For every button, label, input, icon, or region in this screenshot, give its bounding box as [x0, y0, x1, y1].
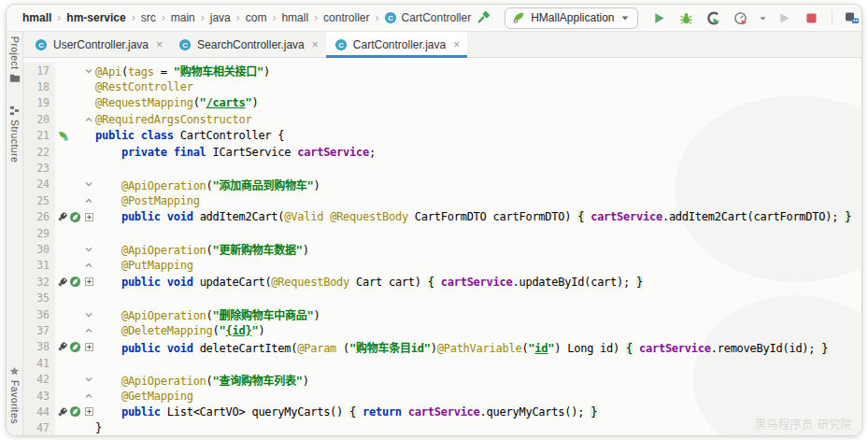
fold-marker[interactable] — [82, 225, 95, 241]
stop-button[interactable] — [803, 8, 821, 27]
code-text[interactable]: public void updateCart(@RequestBody Cart… — [95, 276, 861, 289]
code-line-32[interactable]: 32 public void updateCart(@RequestBody C… — [23, 274, 861, 290]
code-text[interactable]: @RequestMapping("/carts") — [95, 96, 861, 109]
sidebar-item-favorites[interactable]: Favorites — [9, 366, 21, 424]
code-line-25[interactable]: 25 @PostMapping — [23, 192, 861, 208]
close-icon[interactable]: × — [453, 38, 460, 51]
code-text[interactable]: @ApiOperation("添加商品到购物车") — [95, 177, 861, 192]
tab-usercontroller-java[interactable]: CUserController.java× — [26, 32, 170, 57]
fold-marker[interactable] — [82, 192, 95, 208]
code-line-31[interactable]: 31 @PutMapping — [23, 258, 861, 274]
fold-marker[interactable] — [82, 111, 95, 127]
code-text[interactable]: private final ICartService cartService; — [95, 146, 861, 159]
fold-marker[interactable] — [82, 339, 95, 355]
code-text[interactable]: public void deleteCartItem(@Param ("购物车条… — [95, 339, 861, 355]
code-text[interactable]: @ApiOperation("删除购物车中商品") — [95, 306, 861, 322]
line-number[interactable]: 29 — [23, 225, 55, 241]
line-number[interactable]: 30 — [23, 241, 55, 257]
line-number[interactable]: 18 — [23, 78, 55, 94]
line-number[interactable]: 36 — [23, 306, 55, 322]
code-line-41[interactable]: 41 — [23, 355, 861, 371]
fold-marker[interactable] — [82, 371, 95, 387]
fold-marker[interactable] — [82, 144, 95, 160]
breadcrumb-item-com[interactable]: com — [243, 10, 270, 25]
sidebar-item-structure[interactable]: Structure — [9, 106, 21, 163]
rocket-icon[interactable] — [57, 406, 68, 418]
code-line-47[interactable]: 47} — [23, 420, 861, 435]
code-text[interactable]: @ApiOperation("查询购物车列表") — [95, 372, 861, 388]
fold-marker[interactable] — [82, 128, 95, 144]
code-line-19[interactable]: 19@RequestMapping("/carts") — [23, 95, 861, 111]
line-number[interactable]: 22 — [23, 144, 55, 160]
fold-marker[interactable] — [82, 306, 95, 322]
run-with-coverage-button[interactable] — [704, 8, 723, 27]
line-number[interactable]: 38 — [23, 339, 55, 355]
fold-marker[interactable] — [82, 290, 95, 305]
build-hammer-icon[interactable] — [474, 8, 492, 27]
breadcrumb-item-main[interactable]: main — [168, 10, 198, 25]
code-text[interactable]: @PutMapping — [95, 259, 861, 272]
code-line-29[interactable]: 29 — [23, 225, 861, 241]
line-number[interactable]: 21 — [23, 128, 55, 144]
code-line-42[interactable]: 42 @ApiOperation("查询购物车列表") — [23, 371, 861, 387]
line-number[interactable]: 32 — [23, 274, 55, 290]
code-line-44[interactable]: 44 public List<CartVO> queryMyCarts() { … — [23, 404, 861, 419]
code-line-23[interactable]: 23 — [23, 160, 861, 176]
fold-marker[interactable] — [82, 209, 95, 225]
code-line-18[interactable]: 18@RestController — [23, 78, 861, 94]
run-button[interactable] — [650, 8, 669, 27]
close-icon[interactable]: × — [156, 38, 163, 51]
code-text[interactable]: @GetMapping — [95, 390, 861, 403]
breadcrumb-item-src[interactable]: src — [138, 10, 159, 25]
code-line-26[interactable]: 26 public void addItem2Cart(@Valid @Requ… — [23, 209, 861, 225]
line-number[interactable]: 19 — [23, 95, 55, 111]
line-number[interactable]: 43 — [23, 388, 55, 404]
line-number[interactable]: 41 — [23, 355, 55, 371]
fold-marker[interactable] — [82, 63, 95, 78]
line-number[interactable]: 31 — [23, 258, 55, 274]
sidebar-item-project[interactable]: Project — [9, 36, 21, 83]
spring-bean-icon[interactable] — [57, 130, 69, 142]
breadcrumb-item-java[interactable]: java — [207, 10, 234, 25]
line-number[interactable]: 24 — [23, 177, 55, 192]
tab-cartcontroller-java[interactable]: CCartController.java× — [326, 32, 467, 57]
fold-marker[interactable] — [82, 177, 95, 192]
code-line-21[interactable]: 21public class CartController { — [23, 128, 861, 144]
rocket-icon[interactable] — [57, 341, 68, 352]
code-line-37[interactable]: 37 @DeleteMapping("{id}") — [23, 322, 861, 338]
code-text[interactable]: @ApiOperation("更新购物车数据") — [95, 241, 861, 257]
code-line-35[interactable]: 35 — [23, 290, 861, 305]
breadcrumb-item-hmall[interactable]: hmall — [278, 10, 311, 25]
debug-button[interactable] — [677, 8, 696, 27]
line-number[interactable]: 47 — [23, 420, 55, 435]
breadcrumb-item-cartcontroller[interactable]: CCartController — [381, 10, 474, 25]
fold-marker[interactable] — [82, 160, 95, 176]
fold-marker[interactable] — [82, 404, 95, 419]
fold-marker[interactable] — [82, 78, 95, 94]
spring-mapping-icon[interactable] — [69, 276, 81, 288]
profiler-button[interactable] — [732, 8, 750, 27]
code-text[interactable]: @PostMapping — [95, 194, 861, 207]
code-text[interactable]: } — [95, 421, 861, 434]
fold-marker[interactable] — [82, 322, 95, 338]
code-line-17[interactable]: 17@Api(tags = "购物车相关接口") — [23, 63, 861, 78]
code-text[interactable]: public void addItem2Cart(@Valid @Request… — [95, 210, 861, 223]
rocket-icon[interactable] — [57, 277, 68, 288]
close-icon[interactable]: × — [312, 38, 319, 51]
code-text[interactable]: @RestController — [95, 80, 861, 93]
line-number[interactable]: 42 — [23, 371, 55, 387]
breadcrumb-item-hm-service[interactable]: hm-service — [64, 10, 128, 25]
fold-marker[interactable] — [82, 388, 95, 404]
line-number[interactable]: 17 — [23, 63, 55, 78]
services-button[interactable] — [843, 8, 861, 27]
breadcrumb-item-hmall[interactable]: hmall — [20, 10, 54, 25]
code-line-36[interactable]: 36 @ApiOperation("删除购物车中商品") — [23, 306, 861, 322]
fold-marker[interactable] — [82, 95, 95, 111]
code-editor[interactable]: 17@Api(tags = "购物车相关接口")18@RestControlle… — [23, 58, 861, 435]
rocket-icon[interactable] — [57, 211, 68, 222]
line-number[interactable]: 26 — [23, 209, 55, 225]
code-text[interactable]: public class CartController { — [95, 129, 861, 142]
line-number[interactable]: 35 — [23, 290, 55, 305]
code-line-30[interactable]: 30 @ApiOperation("更新购物车数据") — [23, 241, 861, 257]
code-text[interactable]: @DeleteMapping("{id}") — [95, 324, 861, 337]
